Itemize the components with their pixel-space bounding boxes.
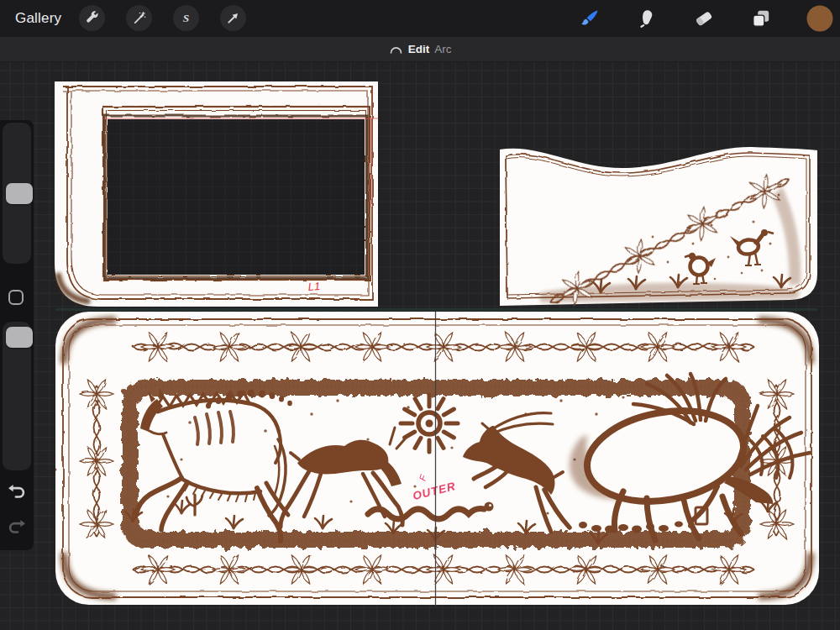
brush-icon [579,8,601,29]
layers-icon [750,8,772,29]
selection-s-icon: S [178,10,194,26]
redo-icon [6,517,28,538]
artwork-panel-lid-template: L1 [55,81,378,307]
undo-button[interactable] [6,481,28,503]
erase-tool-button[interactable] [692,7,716,30]
redo-button[interactable] [6,517,28,538]
smudge-tool-button[interactable] [635,7,659,30]
selection-button[interactable]: S [173,5,199,31]
arc-label: Arc [434,43,451,55]
edit-arc-bar: Edit Arc [0,37,840,62]
artwork-panel-side-template [500,143,817,307]
brush-opacity-handle[interactable] [6,327,33,348]
transform-button[interactable] [220,5,246,31]
arc-icon [389,44,403,55]
actions-button[interactable] [79,5,105,31]
transform-arrow-icon [225,10,241,26]
gallery-button[interactable]: Gallery [15,0,61,37]
layers-button[interactable] [749,7,773,30]
smudge-icon [636,8,658,29]
annotation-l1: L1 [307,280,320,293]
artwork-panel-animal-wrap: OUTER F [55,312,819,605]
undo-icon [6,481,28,503]
magic-wand-icon [131,10,147,26]
drawing-canvas[interactable]: L1 [0,62,840,630]
panel-seam [55,308,817,311]
top-toolbar: Gallery S [0,0,840,37]
paint-tool-button[interactable] [578,7,601,30]
wrench-icon [84,10,100,26]
color-button[interactable] [806,4,834,33]
gallery-label: Gallery [15,10,61,27]
brush-opacity-slider[interactable] [3,322,31,470]
brush-sidebar [0,120,34,550]
brush-size-slider[interactable] [3,123,31,264]
brush-size-handle[interactable] [6,183,33,204]
modify-button[interactable] [8,290,24,305]
adjustments-button[interactable] [126,5,152,31]
procreate-window: L1 [0,0,840,630]
edit-label: Edit [408,43,430,55]
svg-text:S: S [183,12,189,24]
eraser-icon [693,8,715,29]
color-swatch [806,4,834,33]
vertical-guide [435,312,436,606]
